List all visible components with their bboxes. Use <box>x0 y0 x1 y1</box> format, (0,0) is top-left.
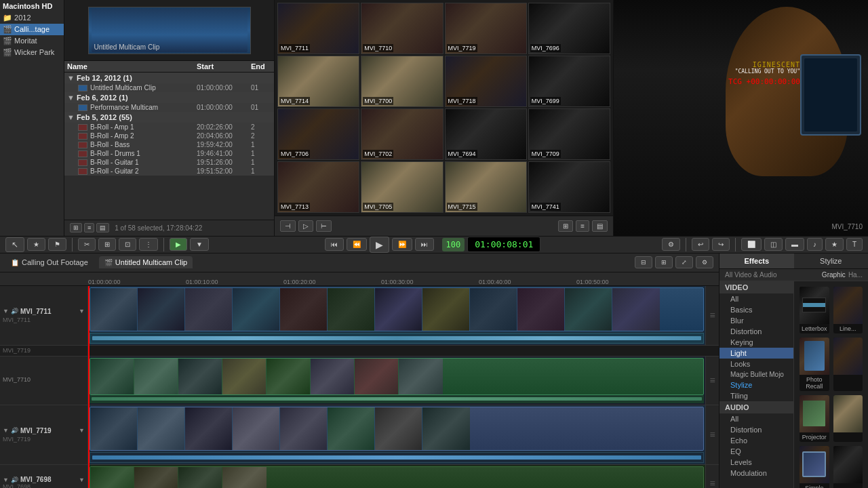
effects-item-audio-all[interactable]: All <box>719 413 793 424</box>
thumb-MVI_7741[interactable]: MVI_7741 <box>528 161 610 213</box>
thumb-MVI_7709[interactable]: MVI_7709 <box>528 108 610 160</box>
toolbar-star-btn[interactable]: ★ <box>27 238 45 251</box>
thumb-MVI_7702[interactable]: MVI_7702 <box>361 108 443 160</box>
clip-7710-block[interactable] <box>90 358 704 395</box>
effects-item-levels[interactable]: Levels <box>719 457 793 468</box>
transport-step-back[interactable]: ⏪ <box>347 238 367 251</box>
browser-clip-guitar2[interactable]: B-Roll - Guitar 2 19:51:52:00 1 <box>64 167 274 176</box>
clip-7719-block[interactable] <box>90 407 704 451</box>
browser-clip-bass[interactable]: B-Roll - Bass 19:59:42:00 1 <box>64 140 274 149</box>
track-7698-dropdown[interactable]: ▼ <box>79 476 85 483</box>
track-content-7710[interactable] <box>88 357 705 405</box>
play-btn[interactable]: ▷ <box>298 220 313 232</box>
effects-item-keying[interactable]: Keying <box>719 337 793 348</box>
thumb-MVI_7700[interactable]: MVI_7700 <box>361 56 443 107</box>
browser-view-btn-1[interactable]: ⊞ <box>70 223 82 232</box>
thumb-MVI_7699[interactable]: MVI_7699 <box>528 56 610 107</box>
effects-thumb-projector[interactable]: Projector <box>800 395 829 442</box>
toolbar-connect-btn[interactable]: ⋮ <box>139 238 158 251</box>
clip-7711-block[interactable] <box>90 287 704 331</box>
track-menu-icon[interactable]: ≡ <box>709 310 715 321</box>
in-out-btn[interactable]: ⊣ <box>280 220 296 232</box>
effects-sub-tab-graphic[interactable]: Graphic <box>822 271 846 279</box>
timeline-fit[interactable]: ⤢ <box>675 256 693 268</box>
toolbar-viewer-btn[interactable]: ◫ <box>764 238 783 251</box>
timeline-zoom-in[interactable]: ⊞ <box>655 256 673 268</box>
sidebar-item-2012[interactable]: 📁 2012 <box>0 12 64 24</box>
thumb-list-view-btn[interactable]: ≡ <box>576 220 589 232</box>
thumb-MVI_7706[interactable]: MVI_7706 <box>277 108 359 160</box>
timeline-settings[interactable]: ⚙ <box>696 256 713 268</box>
effects-item-echo[interactable]: Echo <box>719 435 793 446</box>
toolbar-titles-btn[interactable]: T <box>846 238 863 251</box>
effects-item-eq[interactable]: EQ <box>719 446 793 457</box>
toolbar-browser-btn[interactable]: ⬜ <box>741 238 762 251</box>
track-content-7698[interactable] <box>88 465 705 488</box>
toolbar-timeline-btn[interactable]: ▬ <box>785 238 804 251</box>
effects-item-magic-bullet[interactable]: Magic Bullet Mojo <box>719 369 793 380</box>
effects-thumb-4[interactable] <box>833 338 863 391</box>
effects-item-stylize[interactable]: Stylize <box>719 380 793 390</box>
toolbar-effects-btn[interactable]: ★ <box>825 238 844 251</box>
browser-group-feb5-row[interactable]: ▼ Feb 5, 2012 (55) <box>64 112 274 123</box>
effects-item-light[interactable]: Light <box>719 348 793 359</box>
toolbar-trim-btn[interactable]: ✂ <box>78 238 96 251</box>
track-header-toggle[interactable]: ▼ <box>3 308 9 314</box>
browser-group-feb12-row[interactable]: ▼ Feb 12, 2012 (1) <box>64 73 274 83</box>
effects-item-basics[interactable]: Basics <box>719 304 793 315</box>
browser-clip-amp1[interactable]: B-Roll - Amp 1 20:02:26:00 2 <box>64 123 274 131</box>
thumb-MVI_7714[interactable]: MVI_7714 <box>277 56 359 107</box>
out-btn[interactable]: ⊢ <box>316 220 332 232</box>
track-menu-icon-3[interactable]: ≡ <box>709 429 715 440</box>
browser-clip-guitar1[interactable]: B-Roll - Guitar 1 19:51:26:00 1 <box>64 158 274 167</box>
effects-item-blur[interactable]: Blur <box>719 315 793 326</box>
effects-item-audio-distortion[interactable]: Distortion <box>719 424 793 435</box>
toolbar-insert-btn[interactable]: ⊞ <box>98 238 116 251</box>
thumb-MVI_7694[interactable]: MVI_7694 <box>445 108 527 160</box>
effects-item-distortion[interactable]: Distortion <box>719 326 793 337</box>
thumb-filmstrip-view-btn[interactable]: ▤ <box>592 220 608 232</box>
effects-thumb-6[interactable] <box>833 395 863 442</box>
toolbar-select-tool[interactable]: ↖ <box>5 237 24 252</box>
effects-thumb-simple-border[interactable]: Simple Border <box>800 446 829 488</box>
toolbar-append-btn[interactable]: ⊡ <box>119 238 136 251</box>
transport-skip-back[interactable]: ⏮ <box>325 238 344 251</box>
thumb-MVI_7710[interactable]: MVI_7710 <box>361 3 443 54</box>
toolbar-green-btn[interactable]: ▶ <box>170 238 187 251</box>
toolbar-undo[interactable]: ↩ <box>692 238 709 251</box>
toolbar-redo[interactable]: ↪ <box>712 238 730 251</box>
transport-step-fwd[interactable]: ⏩ <box>392 238 412 251</box>
effects-tab-stylize[interactable]: Stylize <box>794 253 869 268</box>
effects-thumb-photo-recall[interactable]: Photo Recall <box>800 338 829 391</box>
toolbar-flag-btn[interactable]: ⚑ <box>48 238 66 251</box>
track-7719-toggle[interactable]: ▼ <box>3 427 9 434</box>
thumb-MVI_7713[interactable]: MVI_7713 <box>277 161 359 213</box>
thumb-MVI_7715[interactable]: MVI_7715 <box>445 161 527 213</box>
effects-tab-effects[interactable]: Effects <box>719 253 794 268</box>
browser-view-btn-3[interactable]: ▤ <box>96 223 109 232</box>
track-content-7719[interactable] <box>88 405 705 464</box>
effects-item-tiling[interactable]: Tiling <box>719 390 793 401</box>
track-menu-icon-4[interactable]: ≡ <box>709 478 715 488</box>
tab-multicam[interactable]: 🎬 Untitled Multicam Clip <box>99 256 193 268</box>
track-7719-dropdown[interactable]: ▼ <box>79 427 85 434</box>
track-7698-toggle[interactable]: ▼ <box>3 476 9 483</box>
browser-view-btn-2[interactable]: ≡ <box>84 223 94 232</box>
track-content-7711[interactable] <box>88 286 705 345</box>
browser-clip-row-perf[interactable]: Performance Multicam 01:00:00:00 01 <box>64 103 274 112</box>
toolbar-arrow-dropdown[interactable]: ▼ <box>190 238 209 251</box>
thumb-grid-view-btn[interactable]: ⊞ <box>558 220 573 232</box>
track-menu-icon-2[interactable]: ≡ <box>709 375 715 386</box>
sidebar-item-calltage[interactable]: 🎬 Calli...tage <box>0 24 64 35</box>
browser-clip-drums[interactable]: B-Roll - Drums 1 19:46:41:00 1 <box>64 149 274 158</box>
effects-sub-tab-ha[interactable]: Ha... <box>848 271 863 279</box>
timeline-zoom-out[interactable]: ⊟ <box>635 256 652 268</box>
sidebar-item-wicker[interactable]: 🎬 Wicker Park <box>0 47 64 58</box>
tab-calling-out[interactable]: 📋 Calling Out Footage <box>5 256 94 268</box>
effects-thumb-letterbox[interactable]: Letterbox <box>800 287 829 333</box>
browser-group-feb6-row[interactable]: ▼ Feb 6, 2012 (1) <box>64 92 274 103</box>
sidebar-item-moritat[interactable]: 🎬 Moritat <box>0 35 64 47</box>
effects-thumb-8[interactable] <box>833 446 863 488</box>
effects-item-video-all[interactable]: All <box>719 293 793 304</box>
transport-play[interactable]: ▶ <box>370 237 389 253</box>
